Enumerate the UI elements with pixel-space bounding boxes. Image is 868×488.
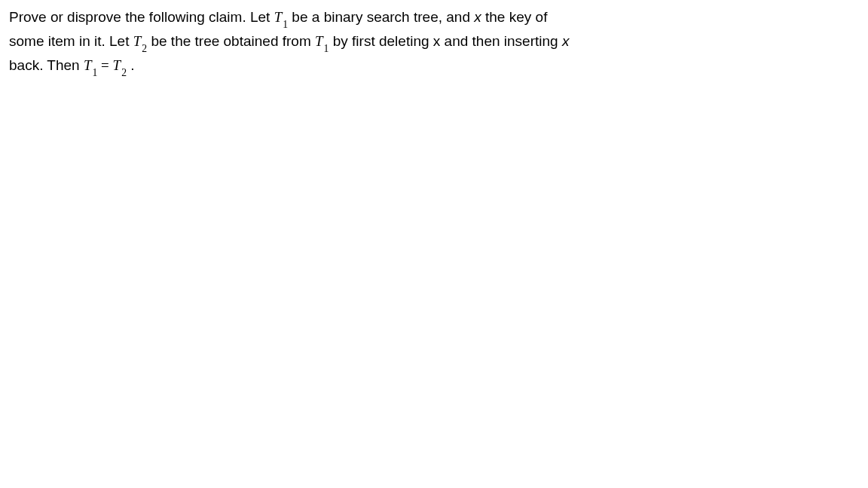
var-t1-repeat: T1 <box>315 33 329 49</box>
problem-statement: Prove or disprove the following claim. L… <box>9 6 574 78</box>
text-part-7: . <box>127 57 135 73</box>
text-part-6: back. Then <box>9 57 84 73</box>
var-x-repeat: x <box>562 33 570 49</box>
text-part-1: Prove or disprove the following claim. L… <box>9 9 274 25</box>
text-part-2: be a binary search tree, and <box>288 9 474 25</box>
eq-t2: T2 <box>113 57 127 73</box>
text-part-5: by first deleting x and then inserting <box>329 33 561 49</box>
eq-t1: T1 <box>84 57 97 73</box>
eq-equals: = <box>97 57 112 73</box>
var-t1: T1 <box>274 9 288 25</box>
text-part-4: be the tree obtained from <box>147 33 315 49</box>
var-t2: T2 <box>133 33 147 49</box>
var-x: x <box>474 9 481 25</box>
